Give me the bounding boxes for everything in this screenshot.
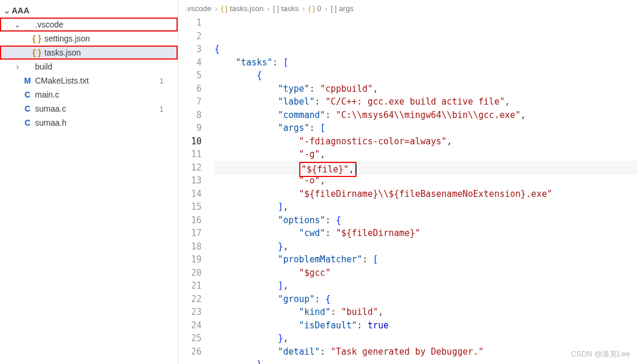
folder-icon: [22, 20, 33, 29]
line-number: 10: [178, 135, 202, 148]
code-line[interactable]: ],: [214, 200, 637, 214]
breadcrumb-type-icon: [ ]: [273, 5, 279, 13]
breadcrumb-label: args: [339, 4, 354, 13]
folder-icon: [22, 62, 33, 71]
chevron-down-icon: ⌄: [2, 6, 12, 15]
file-item-CMakeLists-txt[interactable]: MCMakeLists.txt1: [0, 74, 178, 88]
breadcrumb-separator-icon: ›: [302, 4, 304, 13]
line-number: 17: [178, 227, 202, 240]
code-line[interactable]: "options": {: [214, 214, 637, 227]
watermark: CSDN @洛克Lee: [571, 348, 630, 361]
code-line[interactable]: "problemMatcher": [: [214, 253, 637, 266]
code-line[interactable]: "-o",: [214, 174, 637, 188]
line-number-gutter: 1234567891011121314151617181920212223242…: [178, 16, 214, 364]
tree-root[interactable]: ⌄ AAA: [0, 4, 178, 18]
code-line[interactable]: "-g",: [214, 148, 637, 161]
problem-count-badge: 1: [160, 77, 164, 85]
code-line[interactable]: ],: [214, 279, 637, 293]
line-number: 19: [178, 253, 202, 266]
json-file-icon: { }: [32, 48, 42, 57]
spacer: [22, 34, 32, 43]
spacer: [13, 118, 22, 127]
code-line[interactable]: "label": "C/C++: gcc.exe build active fi…: [214, 95, 637, 109]
file-item-settings-json[interactable]: { }settings.json: [0, 32, 178, 46]
tree-item-label: sumaa.h: [35, 118, 67, 127]
breadcrumb-type-icon: { }: [221, 5, 227, 13]
line-number: 21: [178, 279, 202, 293]
code-line[interactable]: },: [214, 240, 637, 254]
breadcrumb-type-icon: [ ]: [331, 5, 337, 13]
spacer: [13, 104, 22, 113]
breadcrumb-label: .vscode: [185, 4, 212, 13]
breadcrumb-type-icon: { }: [309, 5, 315, 13]
tree-item-label: .vscode: [35, 20, 63, 29]
folder-item--vscode[interactable]: ⌄ .vscode: [0, 18, 178, 32]
json-file-icon: { }: [32, 34, 42, 43]
c-file-icon: C: [22, 118, 33, 127]
tree-item-label: tasks.json: [44, 48, 81, 57]
line-number: 3: [178, 43, 202, 56]
file-item-sumaa-h[interactable]: Csumaa.h: [0, 116, 178, 130]
breadcrumb-separator-icon: ›: [267, 4, 269, 13]
code-line[interactable]: "command": "C:\\msys64\\mingw64\\bin\\gc…: [214, 109, 637, 122]
spacer: [13, 90, 22, 99]
line-number: 14: [178, 188, 202, 201]
breadcrumb-label: 0: [317, 4, 321, 13]
line-number: 15: [178, 200, 202, 214]
code-line[interactable]: },: [214, 332, 637, 345]
line-number: 16: [178, 214, 202, 227]
tree-root-label: AAA: [12, 6, 29, 15]
editor-pane: .vscode›{ } tasks.json›[ ] tasks›{ } 0›[…: [178, 0, 637, 364]
line-number: 22: [178, 293, 202, 306]
breadcrumb-item[interactable]: { } 0: [309, 4, 321, 13]
code-line[interactable]: "type": "cppbuild",: [214, 82, 637, 96]
breadcrumb-item[interactable]: [ ] tasks: [273, 4, 299, 13]
code-line[interactable]: "args": [: [214, 122, 637, 135]
tree-item-label: build: [35, 62, 53, 71]
code-line[interactable]: "-fdiagnostics-color=always",: [214, 135, 637, 148]
code-editor[interactable]: 1234567891011121314151617181920212223242…: [178, 16, 637, 364]
line-number: 9: [178, 122, 202, 135]
chevron-down-icon: ⌄: [13, 20, 22, 29]
tree-item-label: sumaa.c: [35, 104, 66, 113]
file-item-main-c[interactable]: Cmain.c: [0, 88, 178, 102]
spacer: [13, 76, 22, 85]
line-number: 4: [178, 56, 202, 70]
file-explorer[interactable]: ⌄ AAA ⌄ .vscode { }settings.json { }task…: [0, 0, 178, 364]
code-line[interactable]: "group": {: [214, 293, 637, 306]
code-line[interactable]: "cwd": "${fileDirname}": [214, 227, 637, 240]
code-line[interactable]: "isDefault": true: [214, 319, 637, 332]
problem-count-badge: 1: [160, 105, 164, 113]
code-line[interactable]: "tasks": [: [214, 56, 637, 70]
file-item-tasks-json[interactable]: { }tasks.json: [0, 46, 178, 60]
tree-item-label: settings.json: [44, 34, 90, 43]
cmake-file-icon: M: [22, 76, 33, 85]
breadcrumb-item[interactable]: .vscode: [185, 4, 212, 13]
code-content[interactable]: { "tasks": [ { "type": "cppbuild", "labe…: [214, 16, 637, 364]
code-line[interactable]: "kind": "build",: [214, 306, 637, 319]
code-line[interactable]: {: [214, 69, 637, 82]
line-number: 11: [178, 148, 202, 161]
breadcrumb-item[interactable]: [ ] args: [331, 4, 354, 13]
code-line[interactable]: "${fileDirname}\\${fileBasenameNoExtensi…: [214, 188, 637, 201]
folder-item-build[interactable]: › build: [0, 60, 178, 74]
line-number: 7: [178, 95, 202, 109]
line-number: 24: [178, 319, 202, 332]
line-number: 18: [178, 240, 202, 254]
c-file-icon: C: [22, 104, 33, 113]
line-number: 8: [178, 109, 202, 122]
line-number: 25: [178, 332, 202, 345]
spacer: [22, 48, 32, 57]
breadcrumbs[interactable]: .vscode›{ } tasks.json›[ ] tasks›{ } 0›[…: [178, 0, 637, 16]
code-line[interactable]: "${file}",: [214, 161, 637, 175]
file-item-sumaa-c[interactable]: Csumaa.c1: [0, 102, 178, 116]
breadcrumb-item[interactable]: { } tasks.json: [221, 4, 264, 13]
line-number: 13: [178, 174, 202, 188]
code-line[interactable]: {: [214, 43, 637, 56]
breadcrumb-separator-icon: ›: [215, 4, 217, 13]
breadcrumb-separator-icon: ›: [325, 4, 327, 13]
tree-item-label: CMakeLists.txt: [35, 76, 89, 85]
line-number: 1: [178, 16, 202, 30]
code-line[interactable]: "$gcc": [214, 266, 637, 280]
line-number: 6: [178, 82, 202, 96]
